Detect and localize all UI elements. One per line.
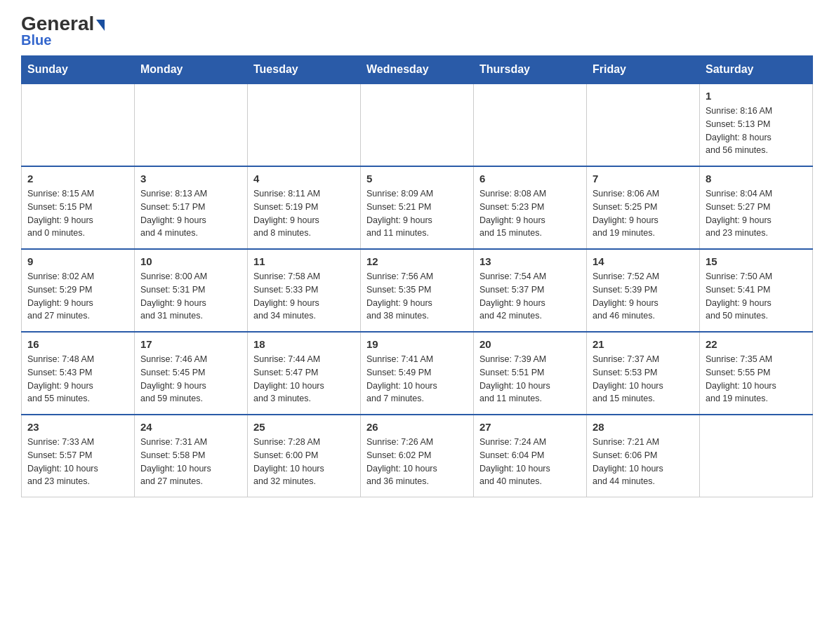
calendar-table: SundayMondayTuesdayWednesdayThursdayFrid… (21, 55, 813, 497)
calendar-cell: 4Sunrise: 8:11 AMSunset: 5:19 PMDaylight… (248, 166, 361, 249)
calendar-week-row: 1Sunrise: 8:16 AMSunset: 5:13 PMDaylight… (22, 83, 813, 166)
calendar-cell: 13Sunrise: 7:54 AMSunset: 5:37 PMDayligh… (474, 249, 587, 332)
calendar-cell (587, 83, 700, 166)
day-number: 19 (366, 338, 468, 350)
calendar-cell: 16Sunrise: 7:48 AMSunset: 5:43 PMDayligh… (22, 332, 135, 415)
day-number: 20 (479, 338, 581, 350)
calendar-cell: 26Sunrise: 7:26 AMSunset: 6:02 PMDayligh… (361, 415, 474, 497)
logo-text: General (21, 14, 105, 34)
day-info: Sunrise: 8:00 AMSunset: 5:31 PMDaylight:… (140, 270, 241, 323)
day-info: Sunrise: 8:13 AMSunset: 5:17 PMDaylight:… (140, 187, 241, 240)
calendar-cell: 27Sunrise: 7:24 AMSunset: 6:04 PMDayligh… (474, 415, 587, 497)
calendar-cell: 19Sunrise: 7:41 AMSunset: 5:49 PMDayligh… (361, 332, 474, 415)
calendar-cell: 28Sunrise: 7:21 AMSunset: 6:06 PMDayligh… (587, 415, 700, 497)
calendar-week-row: 16Sunrise: 7:48 AMSunset: 5:43 PMDayligh… (22, 332, 813, 415)
day-info: Sunrise: 7:52 AMSunset: 5:39 PMDaylight:… (593, 270, 694, 323)
day-info: Sunrise: 7:21 AMSunset: 6:06 PMDaylight:… (593, 436, 694, 488)
day-number: 22 (706, 338, 807, 350)
day-info: Sunrise: 7:33 AMSunset: 5:57 PMDaylight:… (27, 436, 128, 488)
day-info: Sunrise: 7:37 AMSunset: 5:53 PMDaylight:… (593, 353, 694, 405)
day-info: Sunrise: 8:02 AMSunset: 5:29 PMDaylight:… (27, 270, 128, 323)
day-info: Sunrise: 8:09 AMSunset: 5:21 PMDaylight:… (366, 187, 468, 240)
day-number: 9 (27, 255, 128, 267)
calendar-cell (248, 83, 361, 166)
calendar-cell (361, 83, 474, 166)
day-number: 16 (27, 338, 128, 350)
weekday-header-tuesday: Tuesday (248, 56, 361, 84)
calendar-cell: 12Sunrise: 7:56 AMSunset: 5:35 PMDayligh… (361, 249, 474, 332)
day-number: 12 (366, 255, 468, 267)
day-number: 25 (253, 421, 355, 433)
logo-blue-text: Blue (21, 32, 51, 48)
calendar-cell: 7Sunrise: 8:06 AMSunset: 5:25 PMDaylight… (587, 166, 700, 249)
calendar-cell: 9Sunrise: 8:02 AMSunset: 5:29 PMDaylight… (22, 249, 135, 332)
day-info: Sunrise: 8:06 AMSunset: 5:25 PMDaylight:… (593, 187, 694, 240)
day-number: 3 (140, 173, 241, 185)
day-info: Sunrise: 7:31 AMSunset: 5:58 PMDaylight:… (140, 436, 241, 488)
weekday-header-thursday: Thursday (474, 56, 587, 84)
day-info: Sunrise: 7:54 AMSunset: 5:37 PMDaylight:… (479, 270, 581, 323)
day-info: Sunrise: 8:04 AMSunset: 5:27 PMDaylight:… (706, 187, 807, 240)
day-number: 7 (593, 173, 694, 185)
day-info: Sunrise: 8:15 AMSunset: 5:15 PMDaylight:… (27, 187, 128, 240)
day-number: 15 (706, 255, 807, 267)
calendar-cell: 18Sunrise: 7:44 AMSunset: 5:47 PMDayligh… (248, 332, 361, 415)
weekday-header-wednesday: Wednesday (361, 56, 474, 84)
day-info: Sunrise: 7:35 AMSunset: 5:55 PMDaylight:… (706, 353, 807, 405)
calendar-cell: 22Sunrise: 7:35 AMSunset: 5:55 PMDayligh… (700, 332, 813, 415)
calendar-header: SundayMondayTuesdayWednesdayThursdayFrid… (22, 56, 813, 84)
day-number: 11 (253, 255, 355, 267)
calendar-cell: 21Sunrise: 7:37 AMSunset: 5:53 PMDayligh… (587, 332, 700, 415)
day-number: 8 (706, 173, 807, 185)
day-number: 2 (27, 173, 128, 185)
weekday-header-friday: Friday (587, 56, 700, 84)
day-number: 5 (366, 173, 468, 185)
calendar-cell (135, 83, 248, 166)
calendar-cell: 17Sunrise: 7:46 AMSunset: 5:45 PMDayligh… (135, 332, 248, 415)
calendar-cell: 6Sunrise: 8:08 AMSunset: 5:23 PMDaylight… (474, 166, 587, 249)
calendar-cell: 25Sunrise: 7:28 AMSunset: 6:00 PMDayligh… (248, 415, 361, 497)
day-info: Sunrise: 7:50 AMSunset: 5:41 PMDaylight:… (706, 270, 807, 323)
calendar-cell: 3Sunrise: 8:13 AMSunset: 5:17 PMDaylight… (135, 166, 248, 249)
day-number: 10 (140, 255, 241, 267)
day-number: 18 (253, 338, 355, 350)
weekday-header-monday: Monday (135, 56, 248, 84)
calendar-cell: 2Sunrise: 8:15 AMSunset: 5:15 PMDaylight… (22, 166, 135, 249)
day-info: Sunrise: 7:39 AMSunset: 5:51 PMDaylight:… (479, 353, 581, 405)
calendar-cell: 24Sunrise: 7:31 AMSunset: 5:58 PMDayligh… (135, 415, 248, 497)
calendar-cell: 15Sunrise: 7:50 AMSunset: 5:41 PMDayligh… (700, 249, 813, 332)
calendar-cell (474, 83, 587, 166)
day-info: Sunrise: 7:48 AMSunset: 5:43 PMDaylight:… (27, 353, 128, 405)
day-number: 26 (366, 421, 468, 433)
day-number: 23 (27, 421, 128, 433)
day-info: Sunrise: 7:58 AMSunset: 5:33 PMDaylight:… (253, 270, 355, 323)
calendar-cell: 1Sunrise: 8:16 AMSunset: 5:13 PMDaylight… (700, 83, 813, 166)
calendar-week-row: 9Sunrise: 8:02 AMSunset: 5:29 PMDaylight… (22, 249, 813, 332)
day-number: 4 (253, 173, 355, 185)
day-info: Sunrise: 7:24 AMSunset: 6:04 PMDaylight:… (479, 436, 581, 488)
calendar-week-row: 23Sunrise: 7:33 AMSunset: 5:57 PMDayligh… (22, 415, 813, 497)
calendar-cell: 10Sunrise: 8:00 AMSunset: 5:31 PMDayligh… (135, 249, 248, 332)
day-info: Sunrise: 7:28 AMSunset: 6:00 PMDaylight:… (253, 436, 355, 488)
weekday-header-sunday: Sunday (22, 56, 135, 84)
calendar-cell: 23Sunrise: 7:33 AMSunset: 5:57 PMDayligh… (22, 415, 135, 497)
calendar-cell: 14Sunrise: 7:52 AMSunset: 5:39 PMDayligh… (587, 249, 700, 332)
day-number: 27 (479, 421, 581, 433)
calendar-week-row: 2Sunrise: 8:15 AMSunset: 5:15 PMDaylight… (22, 166, 813, 249)
day-info: Sunrise: 7:26 AMSunset: 6:02 PMDaylight:… (366, 436, 468, 488)
logo: General Blue (21, 14, 105, 48)
day-number: 6 (479, 173, 581, 185)
day-number: 13 (479, 255, 581, 267)
day-info: Sunrise: 8:08 AMSunset: 5:23 PMDaylight:… (479, 187, 581, 240)
day-number: 24 (140, 421, 241, 433)
page-header: General Blue (21, 14, 813, 48)
day-info: Sunrise: 7:56 AMSunset: 5:35 PMDaylight:… (366, 270, 468, 323)
day-info: Sunrise: 8:11 AMSunset: 5:19 PMDaylight:… (253, 187, 355, 240)
calendar-cell (700, 415, 813, 497)
day-number: 28 (593, 421, 694, 433)
calendar-cell: 11Sunrise: 7:58 AMSunset: 5:33 PMDayligh… (248, 249, 361, 332)
day-info: Sunrise: 7:41 AMSunset: 5:49 PMDaylight:… (366, 353, 468, 405)
day-number: 21 (593, 338, 694, 350)
day-info: Sunrise: 7:44 AMSunset: 5:47 PMDaylight:… (253, 353, 355, 405)
calendar-cell: 20Sunrise: 7:39 AMSunset: 5:51 PMDayligh… (474, 332, 587, 415)
